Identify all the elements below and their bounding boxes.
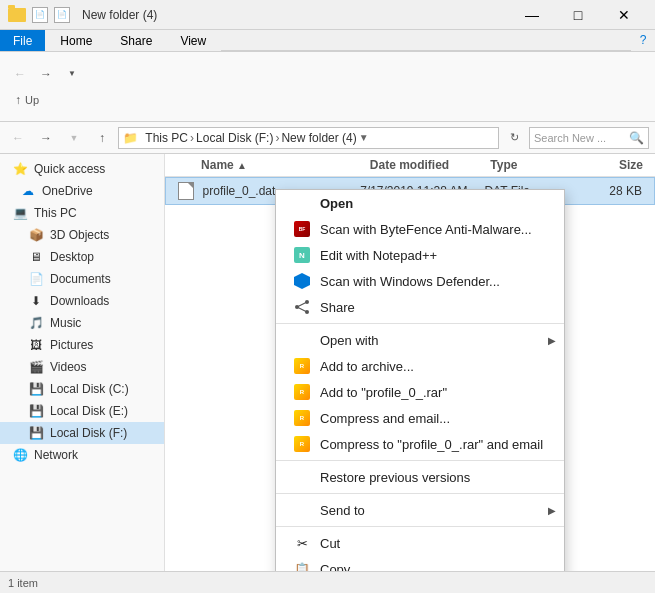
sidebar-item-downloads[interactable]: ⬇ Downloads <box>0 290 164 312</box>
sort-arrow-icon: ▲ <box>237 160 247 171</box>
content-area: Name ▲ Date modified Type Size profile_0… <box>165 154 655 571</box>
back-button[interactable]: ← <box>8 62 32 86</box>
col-type-header[interactable]: Type <box>490 158 570 172</box>
column-headers: Name ▲ Date modified Type Size <box>165 154 655 177</box>
maximize-button[interactable]: □ <box>555 0 601 30</box>
local-c-icon: 💾 <box>28 381 44 397</box>
tab-share[interactable]: Share <box>107 30 165 51</box>
search-placeholder: Search New ... <box>534 132 627 144</box>
address-bar: ← → ▼ ↑ 📁 This PC › Local Disk (F:) › Ne… <box>0 122 655 154</box>
addr-forward2-button[interactable]: ▼ <box>62 126 86 150</box>
sidebar-item-desktop[interactable]: 🖥 Desktop <box>0 246 164 268</box>
cm-copy-icon: 📋 <box>292 561 312 571</box>
music-icon: 🎵 <box>28 315 44 331</box>
cm-open-icon <box>292 195 312 211</box>
onedrive-icon: ☁ <box>20 183 36 199</box>
cm-send-to-icon <box>292 502 312 518</box>
status-text: 1 item <box>8 577 38 589</box>
addr-forward-button[interactable]: → <box>34 126 58 150</box>
cm-add-rar[interactable]: R Add to "profile_0_.rar" <box>276 379 564 405</box>
help-button[interactable]: ? <box>631 29 655 51</box>
sidebar-item-local-f[interactable]: 💾 Local Disk (F:) <box>0 422 164 444</box>
sidebar-item-3dobjects[interactable]: 📦 3D Objects <box>0 224 164 246</box>
sidebar-item-documents[interactable]: 📄 Documents <box>0 268 164 290</box>
cm-compress-rar-email[interactable]: R Compress to "profile_0_.rar" and email <box>276 431 564 457</box>
3dobjects-icon: 📦 <box>28 227 44 243</box>
this-pc-icon: 💻 <box>12 205 28 221</box>
cm-share-icon <box>292 299 312 315</box>
minimize-button[interactable]: — <box>509 0 555 30</box>
forward-button[interactable]: → <box>34 62 58 86</box>
svg-line-3 <box>297 302 307 307</box>
sidebar-item-music[interactable]: 🎵 Music <box>0 312 164 334</box>
cm-compress-email[interactable]: R Compress and email... <box>276 405 564 431</box>
cm-restore-icon <box>292 469 312 485</box>
desktop-icon: 🖥 <box>28 249 44 265</box>
sidebar-item-network[interactable]: 🌐 Network <box>0 444 164 466</box>
up-button[interactable]: ↑ Up <box>8 88 78 112</box>
file-icon <box>178 182 195 200</box>
sidebar: ⭐ Quick access ☁ OneDrive 💻 This PC 📦 3D… <box>0 154 165 571</box>
recent-button[interactable]: ▼ <box>60 62 84 86</box>
path-icon: 📁 <box>123 131 138 145</box>
title-bar-left: 📄 📄 New folder (4) <box>8 7 157 23</box>
cm-scan-defender[interactable]: Scan with Windows Defender... <box>276 268 564 294</box>
cm-add-archive[interactable]: R Add to archive... <box>276 353 564 379</box>
cm-copy[interactable]: 📋 Copy <box>276 556 564 571</box>
search-box[interactable]: Search New ... 🔍 <box>529 127 649 149</box>
svg-line-4 <box>297 307 307 312</box>
path-dropdown-icon[interactable]: ▼ <box>359 132 369 143</box>
address-path[interactable]: 📁 This PC › Local Disk (F:) › New folder… <box>118 127 499 149</box>
path-thispc: This PC <box>145 131 188 145</box>
cm-scan-bytefence[interactable]: BF Scan with ByteFence Anti-Malware... <box>276 216 564 242</box>
cm-cut[interactable]: ✂ Cut <box>276 530 564 556</box>
sidebar-item-local-c[interactable]: 💾 Local Disk (C:) <box>0 378 164 400</box>
title-bar-controls: — □ ✕ <box>509 0 647 30</box>
context-menu: Open BF Scan with ByteFence Anti-Malware… <box>275 189 565 571</box>
cm-compress-rar-icon: R <box>292 436 312 452</box>
addr-up-button[interactable]: ↑ <box>90 126 114 150</box>
title-folder-icon <box>8 8 26 22</box>
cm-add-rar-icon: R <box>292 384 312 400</box>
sidebar-item-local-e[interactable]: 💾 Local Disk (E:) <box>0 400 164 422</box>
cm-send-to-arrow: ▶ <box>548 505 556 516</box>
title-bar: 📄 📄 New folder (4) — □ ✕ <box>0 0 655 30</box>
cm-restore-versions[interactable]: Restore previous versions <box>276 464 564 490</box>
cm-open-with[interactable]: Open with ▶ <box>276 327 564 353</box>
downloads-icon: ⬇ <box>28 293 44 309</box>
col-modified-header[interactable]: Date modified <box>370 158 483 172</box>
cm-divider-3 <box>276 493 564 494</box>
title-icon-2: 📄 <box>54 7 70 23</box>
col-size-header[interactable]: Size <box>579 158 643 172</box>
sidebar-item-thispc[interactable]: 💻 This PC <box>0 202 164 224</box>
close-button[interactable]: ✕ <box>601 0 647 30</box>
cm-send-to[interactable]: Send to ▶ <box>276 497 564 523</box>
sidebar-item-pictures[interactable]: 🖼 Pictures <box>0 334 164 356</box>
ribbon-tabs: File Home Share View ? <box>0 30 655 52</box>
cm-share[interactable]: Share <box>276 294 564 320</box>
dat-file-icon <box>178 182 194 200</box>
videos-icon: 🎬 <box>28 359 44 375</box>
local-f-icon: 💾 <box>28 425 44 441</box>
refresh-button[interactable]: ↻ <box>503 127 525 149</box>
col-name-header[interactable]: Name ▲ <box>201 158 362 172</box>
cm-defender-icon <box>292 273 312 289</box>
file-size: 28 KB <box>576 184 642 198</box>
tab-home[interactable]: Home <box>47 30 105 51</box>
cm-open[interactable]: Open <box>276 190 564 216</box>
path-localf: Local Disk (F:) <box>196 131 273 145</box>
search-icon[interactable]: 🔍 <box>629 131 644 145</box>
cm-open-with-arrow: ▶ <box>548 335 556 346</box>
sidebar-item-quick-access[interactable]: ⭐ Quick access <box>0 158 164 180</box>
addr-back-button[interactable]: ← <box>6 126 30 150</box>
sidebar-item-videos[interactable]: 🎬 Videos <box>0 356 164 378</box>
cm-bytefence-icon: BF <box>292 221 312 237</box>
tab-file[interactable]: File <box>0 30 45 51</box>
sidebar-item-onedrive[interactable]: ☁ OneDrive <box>0 180 164 202</box>
cm-open-with-icon <box>292 332 312 348</box>
ribbon-bar: ← → ▼ ↑ Up <box>0 52 655 122</box>
tab-view[interactable]: View <box>167 30 219 51</box>
status-bar: 1 item <box>0 571 655 593</box>
cm-divider-4 <box>276 526 564 527</box>
cm-edit-notepad[interactable]: N Edit with Notepad++ <box>276 242 564 268</box>
